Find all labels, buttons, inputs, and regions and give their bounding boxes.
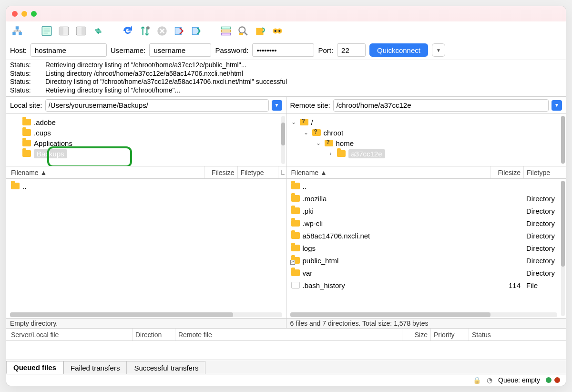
remote-path-dropdown[interactable]: ▼ — [552, 100, 562, 111]
shortcut-icon: ↗ — [290, 260, 295, 265]
col-filetype[interactable]: Filetype — [523, 166, 564, 178]
remote-file-list[interactable]: .. .mozillaDirectory .pkiDirectory .wp-c… — [286, 179, 566, 318]
activity-indicator-icon — [546, 377, 552, 383]
list-item[interactable]: a58ac14706.nxcli.netDirectory — [288, 229, 564, 242]
sync-browsing-icon[interactable] — [270, 24, 285, 38]
maximize-icon[interactable] — [31, 11, 37, 17]
username-input[interactable] — [149, 43, 211, 57]
port-label: Port: — [318, 46, 333, 54]
col-status[interactable]: Status — [469, 329, 564, 340]
chevron-right-icon[interactable]: › — [327, 150, 334, 157]
list-item[interactable]: .pkiDirectory — [288, 205, 564, 217]
log-text: Directory listing of "/chroot/home/a37cc… — [45, 78, 287, 86]
list-item[interactable]: .wp-cliDirectory — [288, 217, 564, 229]
col-filetype[interactable]: Filetype — [237, 166, 278, 178]
toggle-local-tree-icon[interactable] — [57, 24, 71, 38]
list-item[interactable]: .. — [288, 180, 564, 192]
tree-item-home[interactable]: ⌄home — [315, 138, 562, 148]
unknown-folder-icon — [325, 140, 333, 146]
local-pane: Local site: ▼ .adobe .cups Applications … — [6, 97, 286, 329]
reconnect-icon[interactable] — [189, 24, 204, 38]
col-priority[interactable]: Priority — [430, 329, 469, 340]
disconnect-icon[interactable] — [172, 24, 186, 38]
folder-icon: ↗ — [291, 257, 300, 264]
col-lastmod[interactable]: L — [278, 166, 284, 178]
refresh-icon[interactable] — [121, 24, 135, 38]
col-server[interactable]: Server/Local file — [8, 329, 132, 340]
transfer-indicators — [546, 377, 560, 383]
folder-icon — [337, 150, 346, 157]
filter-icon[interactable] — [219, 24, 233, 38]
tree-item-cups[interactable]: .cups — [22, 127, 282, 138]
tree-item-a37cc12e[interactable]: ›a37cc12e — [327, 148, 562, 159]
col-size[interactable]: Size — [402, 329, 430, 340]
local-pathbar: Local site: ▼ — [6, 97, 286, 114]
scrollbar-thumb[interactable] — [281, 123, 285, 145]
log-label: Status: — [10, 61, 39, 70]
local-path-dropdown[interactable]: ▼ — [272, 100, 282, 111]
password-input[interactable] — [252, 43, 314, 57]
list-item[interactable]: ↗public_htmlDirectory — [288, 254, 564, 267]
local-list-header: Filename ▲ Filesize Filetype L — [6, 166, 286, 179]
col-filename[interactable]: Filename ▲ — [8, 166, 204, 178]
toggle-remote-tree-icon[interactable] — [74, 24, 88, 38]
toolbar — [6, 21, 566, 41]
local-tree[interactable]: .adobe .cups Applications Backups — [6, 114, 286, 166]
col-filesize[interactable]: Filesize — [204, 166, 237, 178]
queue-list[interactable] — [6, 341, 566, 360]
toggle-log-icon[interactable] — [40, 24, 54, 38]
svg-rect-18 — [221, 33, 231, 35]
tree-item-root[interactable]: ⌄/ — [290, 117, 562, 127]
tree-item-chroot[interactable]: ⌄chroot — [303, 127, 562, 138]
chevron-down-icon[interactable]: ⌄ — [303, 129, 309, 136]
col-direction[interactable]: Direction — [132, 329, 175, 340]
folder-icon — [22, 150, 31, 157]
tab-successful-transfers[interactable]: Successful transfers — [127, 361, 205, 374]
site-manager-icon[interactable] — [10, 24, 24, 38]
col-remote[interactable]: Remote file — [175, 329, 402, 340]
minimize-icon[interactable] — [21, 11, 27, 17]
tree-item-adobe[interactable]: .adobe — [22, 117, 282, 127]
remote-pane: Remote site: ▼ ⌄/ ⌄chroot ⌄home ›a37cc12… — [286, 97, 566, 329]
scrollbar-thumb[interactable] — [561, 181, 565, 267]
host-input[interactable] — [31, 43, 107, 57]
cancel-icon[interactable] — [155, 24, 169, 38]
chevron-down-icon[interactable]: ⌄ — [315, 140, 322, 146]
svg-rect-10 — [82, 27, 86, 35]
remote-site-label: Remote site: — [290, 101, 330, 109]
port-input[interactable] — [337, 43, 366, 57]
list-item[interactable]: logsDirectory — [288, 242, 564, 254]
list-item[interactable]: .mozillaDirectory — [288, 192, 564, 205]
col-filesize[interactable]: Filesize — [490, 166, 523, 178]
local-file-list[interactable]: .. — [6, 179, 286, 318]
file-icon — [291, 282, 300, 289]
scrollbar-thumb[interactable] — [561, 116, 565, 164]
compare-icon[interactable] — [253, 24, 267, 38]
log-label: Status: — [10, 70, 39, 78]
svg-point-19 — [239, 27, 245, 33]
tab-failed-transfers[interactable]: Failed transfers — [63, 361, 127, 374]
remote-tree[interactable]: ⌄/ ⌄chroot ⌄home ›a37cc12e — [286, 114, 566, 166]
list-item[interactable]: .. — [8, 180, 284, 192]
process-queue-icon[interactable] — [138, 24, 152, 38]
chevron-down-icon[interactable]: ⌄ — [290, 119, 297, 125]
col-filename[interactable]: Filename ▲ — [288, 166, 490, 178]
toggle-queue-icon[interactable] — [91, 24, 105, 38]
tab-queued-files[interactable]: Queued files — [6, 361, 63, 374]
list-item[interactable]: varDirectory — [288, 267, 564, 279]
tree-item-applications[interactable]: Applications — [22, 138, 282, 148]
svg-rect-22 — [256, 28, 263, 35]
tree-item-backups[interactable]: Backups — [22, 148, 282, 159]
quickconnect-dropdown[interactable]: ▼ — [432, 43, 445, 57]
lock-icon[interactable]: 🔒 — [473, 376, 481, 384]
speed-limit-icon[interactable]: ◔ — [487, 376, 492, 384]
svg-rect-1 — [19, 32, 22, 35]
remote-path-input[interactable] — [333, 99, 549, 112]
list-item[interactable]: .bash_history114File — [288, 279, 564, 291]
local-path-input[interactable] — [45, 99, 269, 112]
statusbar: 🔒 ◔ Queue: empty — [6, 374, 566, 386]
quickconnect-button[interactable]: Quickconnect — [369, 43, 428, 57]
quickconnect-bar: Host: Username: Password: Port: Quickcon… — [6, 41, 566, 60]
search-icon[interactable] — [236, 24, 250, 38]
close-icon[interactable] — [12, 11, 18, 17]
